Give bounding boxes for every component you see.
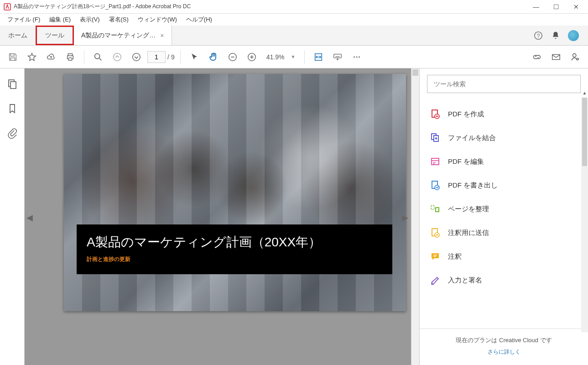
page-down-button[interactable] (128, 49, 145, 65)
svg-point-24 (573, 53, 576, 57)
tabbar: ホーム ツール A製品のマーケティング… × ? (0, 26, 588, 46)
acrobat-app-icon (4, 3, 11, 10)
notifications-icon[interactable] (551, 31, 561, 41)
tool-comment[interactable]: 注釈 (420, 245, 588, 268)
page-hero-image (64, 74, 406, 311)
svg-point-6 (133, 53, 140, 61)
export-pdf-icon (430, 180, 441, 191)
combine-files-icon (430, 132, 441, 143)
page-indicator: / 9 (147, 51, 175, 63)
tab-document[interactable]: A製品のマーケティング… × (74, 26, 172, 45)
svg-rect-29 (10, 82, 16, 89)
tool-label: 注釈用に送信 (448, 229, 489, 237)
svg-line-4 (99, 58, 102, 60)
create-pdf-icon (430, 109, 441, 120)
page-current-input[interactable] (147, 51, 166, 63)
svg-text:?: ? (537, 32, 540, 39)
zoom-out-button[interactable] (224, 49, 241, 65)
menu-help[interactable]: ヘルプ(H) (182, 14, 217, 25)
tool-combine-files[interactable]: ファイルを結合 (420, 126, 588, 150)
menu-file[interactable]: ファイル (F) (3, 14, 45, 25)
tools-search-input[interactable] (427, 75, 581, 93)
tool-edit-pdf[interactable]: PDF を編集 (420, 150, 588, 173)
tool-label: 入力と署名 (448, 276, 482, 285)
window-title: A製品のマーケティング計画18ページ_Part1.pdf - Adobe Acr… (14, 3, 531, 10)
selection-tool-button[interactable] (186, 49, 203, 65)
minimize-button[interactable]: — (531, 3, 541, 10)
star-button[interactable] (24, 49, 40, 65)
bookmarks-icon[interactable] (7, 103, 18, 114)
plan-learn-more-link[interactable]: さらに詳しく (424, 348, 583, 356)
close-button[interactable]: ✕ (572, 3, 581, 10)
tool-send-for-comments[interactable]: 注釈用に送信 (420, 221, 588, 245)
tool-create-pdf[interactable]: PDF を作成 (420, 102, 588, 126)
comment-icon (430, 251, 441, 262)
document-subtitle: 計画と進捗の更新 (87, 256, 382, 263)
tool-organize-pages[interactable]: ページを整理 (420, 197, 588, 221)
document-main-title: A製品のマーケティング計画（20XX年） (87, 234, 382, 251)
menu-edit[interactable]: 編集 (E) (45, 14, 75, 25)
cloud-upload-button[interactable] (43, 49, 59, 65)
plan-text: 現在のプランは Creative Cloud です (424, 336, 583, 344)
menu-window[interactable]: ウィンドウ(W) (133, 14, 182, 25)
tab-tools[interactable]: ツール (36, 26, 74, 45)
more-tools-button[interactable] (349, 49, 365, 65)
svg-rect-36 (432, 158, 439, 165)
email-button[interactable] (548, 49, 564, 65)
svg-rect-43 (436, 208, 439, 212)
tool-label: PDF を書き出し (448, 181, 498, 190)
tab-document-close[interactable]: × (160, 32, 164, 39)
tool-export-pdf[interactable]: PDF を書き出し (420, 173, 588, 197)
doc-vertical-scrollbar[interactable] (411, 68, 419, 365)
svg-point-5 (114, 53, 121, 61)
tool-label: ファイルを結合 (448, 134, 496, 142)
toolbar: / 9 41.9% ▼ (0, 46, 588, 68)
zoom-in-button[interactable] (244, 49, 260, 65)
user-avatar[interactable] (568, 30, 579, 41)
svg-point-20 (354, 56, 355, 57)
pdf-page: A製品のマーケティング計画（20XX年） 計画と進捗の更新 (64, 74, 406, 311)
share-button[interactable] (567, 49, 583, 65)
page-title-block: A製品のマーケティング計画（20XX年） 計画と進捗の更新 (77, 224, 392, 274)
tab-home[interactable]: ホーム (0, 26, 36, 45)
save-button[interactable] (5, 49, 21, 65)
page-up-button[interactable] (109, 49, 125, 65)
menu-sign[interactable]: 署名(S) (104, 14, 133, 25)
search-button[interactable] (90, 49, 106, 65)
fill-sign-icon (430, 275, 441, 286)
menubar: ファイル (F) 編集 (E) 表示(V) 署名(S) ウィンドウ(W) ヘルプ… (0, 14, 588, 26)
help-icon[interactable]: ? (533, 31, 543, 41)
maximize-button[interactable]: ☐ (552, 3, 561, 10)
tool-label: ページを整理 (448, 205, 489, 214)
tool-label: PDF を作成 (448, 110, 484, 119)
edit-pdf-icon (430, 156, 441, 167)
tools-scrollbar[interactable]: ▲ (581, 98, 588, 332)
menu-view[interactable]: 表示(V) (75, 14, 104, 25)
svg-point-21 (356, 56, 358, 57)
scroll-up-arrow-icon[interactable]: ▲ (581, 90, 588, 98)
send-for-comments-icon (430, 227, 441, 238)
thumbnails-icon[interactable] (7, 78, 18, 89)
keyboard-button[interactable] (329, 49, 346, 65)
titlebar: A製品のマーケティング計画18ページ_Part1.pdf - Adobe Acr… (0, 0, 588, 14)
link-button[interactable] (529, 49, 545, 65)
svg-point-22 (359, 56, 360, 57)
prev-page-arrow[interactable]: ◀ (26, 211, 34, 224)
next-page-arrow[interactable]: ▶ (401, 211, 409, 224)
zoom-value: 41.9% (266, 53, 285, 61)
zoom-dropdown[interactable]: 41.9% ▼ (263, 53, 299, 61)
page-sep: / (167, 53, 169, 61)
tab-document-label: A製品のマーケティング… (81, 31, 156, 40)
tool-label: 注釈 (448, 252, 462, 261)
fit-width-button[interactable] (310, 49, 327, 65)
page-total: 9 (171, 53, 175, 61)
document-viewer[interactable]: ◀ ▶ A製品のマーケティング計画（20XX年） 計画と進捗の更新 (25, 68, 419, 365)
svg-rect-13 (334, 54, 342, 57)
svg-rect-23 (552, 54, 560, 59)
svg-point-3 (95, 53, 100, 58)
chevron-down-icon: ▼ (291, 54, 295, 59)
tool-fill-sign[interactable]: 入力と署名 (420, 268, 588, 292)
print-button[interactable] (62, 49, 78, 65)
hand-tool-button[interactable] (205, 49, 222, 65)
attachments-icon[interactable] (7, 128, 18, 139)
